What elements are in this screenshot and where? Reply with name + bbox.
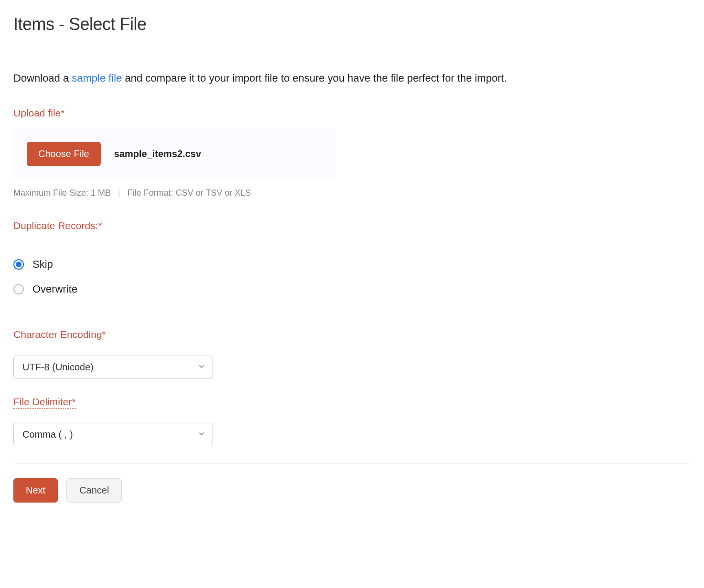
delimiter-value: Comma ( , ): [22, 429, 73, 440]
encoding-section: Character Encoding* UTF-8 (Unicode): [13, 329, 691, 379]
meta-separator: |: [118, 188, 120, 198]
file-meta-size: Maximum File Size: 1 MB: [13, 188, 111, 198]
upload-section: Upload file* Choose File sample_items2.c…: [13, 107, 691, 198]
page-title: Items - Select File: [13, 14, 704, 34]
intro-suffix: and compare it to your import file to en…: [122, 72, 507, 84]
encoding-label: Character Encoding*: [13, 329, 106, 341]
delimiter-section: File Delimiter* Comma ( , ): [13, 396, 691, 446]
delimiter-select-wrap: Comma ( , ): [13, 423, 213, 446]
delimiter-select[interactable]: Comma ( , ): [13, 423, 213, 446]
cancel-button[interactable]: Cancel: [66, 478, 122, 503]
radio-row-skip[interactable]: Skip: [13, 258, 691, 271]
choose-file-button[interactable]: Choose File: [27, 142, 101, 166]
upload-label: Upload file*: [13, 107, 64, 119]
footer-actions: Next Cancel: [13, 478, 691, 522]
intro-text: Download a sample file and compare it to…: [13, 72, 691, 84]
duplicate-records-label: Duplicate Records:*: [13, 220, 102, 231]
page-header: Items - Select File: [0, 0, 704, 48]
footer-divider: [13, 463, 691, 464]
radio-row-overwrite[interactable]: Overwrite: [13, 283, 691, 295]
encoding-select-wrap: UTF-8 (Unicode): [13, 356, 213, 379]
duplicate-records-radio-group: Skip Overwrite: [13, 258, 691, 295]
selected-filename: sample_items2.csv: [114, 148, 201, 159]
upload-area: Choose File sample_items2.csv: [13, 128, 336, 179]
file-meta-format: File Format: CSV or TSV or XLS: [128, 188, 251, 198]
next-button[interactable]: Next: [13, 478, 58, 503]
radio-skip-label: Skip: [32, 258, 53, 271]
radio-overwrite[interactable]: [13, 284, 24, 294]
sample-file-link[interactable]: sample file: [72, 72, 122, 84]
intro-prefix: Download a: [13, 72, 72, 84]
encoding-value: UTF-8 (Unicode): [22, 362, 94, 373]
page-content: Download a sample file and compare it to…: [0, 48, 704, 522]
duplicate-records-section: Duplicate Records:* Skip Overwrite: [13, 220, 691, 295]
encoding-select[interactable]: UTF-8 (Unicode): [13, 356, 213, 379]
radio-skip[interactable]: [13, 259, 24, 270]
radio-overwrite-label: Overwrite: [32, 283, 77, 295]
file-meta: Maximum File Size: 1 MB | File Format: C…: [13, 188, 691, 198]
delimiter-label: File Delimiter*: [13, 396, 76, 409]
